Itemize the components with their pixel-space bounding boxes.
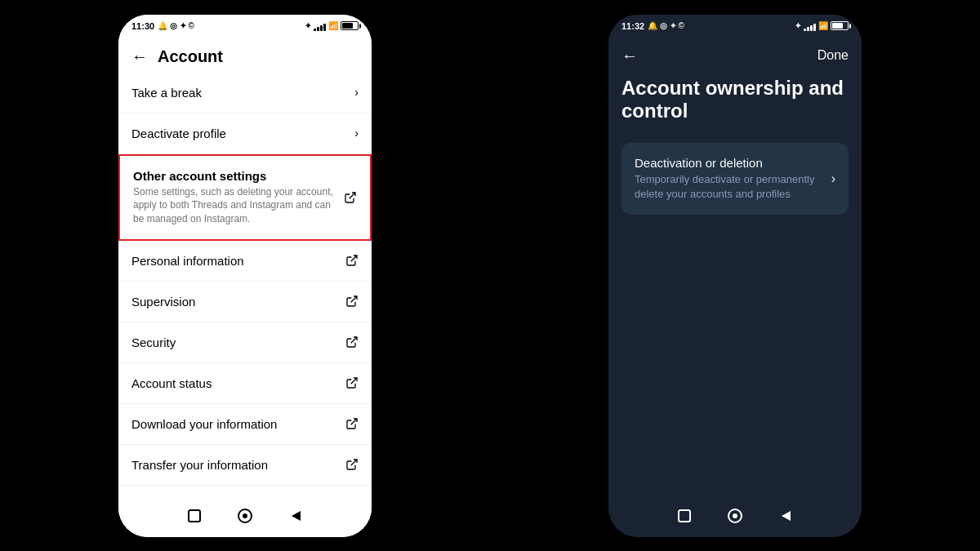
left-app-header: ← Account bbox=[118, 38, 372, 73]
other-account-settings-label: Other account settings bbox=[133, 169, 344, 183]
supervision-label: Supervision bbox=[131, 295, 345, 309]
left-status-time: 11:30 🔔 ◎ ✦ © bbox=[131, 21, 194, 31]
external-link-icon-4 bbox=[345, 335, 359, 349]
other-account-settings-item[interactable]: Other account settings Some settings, su… bbox=[118, 154, 372, 241]
personal-information-item[interactable]: Personal information bbox=[118, 241, 372, 282]
right-status-time: 11:32 🔔 ◎ ✦ © bbox=[621, 21, 684, 31]
take-a-break-item[interactable]: Take a break › bbox=[118, 73, 372, 113]
transfer-info-label: Transfer your information bbox=[131, 458, 345, 472]
external-link-icon-5 bbox=[345, 376, 359, 389]
circle-icon-right bbox=[727, 508, 743, 524]
external-link-icon-3 bbox=[345, 295, 359, 308]
svg-point-13 bbox=[733, 513, 737, 518]
right-status-icons: ✦ 📶 bbox=[795, 21, 849, 31]
deactivation-deletion-sublabel: Temporarily deactivate or permanently de… bbox=[635, 172, 825, 202]
notification-icons: 🔔 ◎ ✦ © bbox=[158, 21, 194, 30]
take-a-break-label: Take a break bbox=[131, 86, 348, 100]
external-link-icon-2 bbox=[345, 254, 359, 267]
square-icon-right bbox=[677, 509, 692, 523]
svg-line-6 bbox=[351, 460, 357, 465]
nav-circle-button[interactable] bbox=[236, 507, 254, 525]
svg-point-9 bbox=[243, 513, 247, 518]
battery-icon bbox=[341, 21, 359, 30]
left-content: Take a break › Deactivate profile › Othe… bbox=[118, 73, 372, 495]
account-ownership-title: Account ownership and control bbox=[608, 70, 862, 137]
download-info-label: Download your information bbox=[131, 417, 345, 431]
bluetooth-icon-right: ✦ bbox=[795, 21, 801, 30]
supervision-item[interactable]: Supervision bbox=[118, 282, 372, 322]
right-content: Deactivation or deletion Temporarily dea… bbox=[608, 136, 862, 494]
nav-back-button[interactable] bbox=[287, 507, 305, 525]
signal-icon bbox=[314, 21, 326, 31]
deactivate-profile-item[interactable]: Deactivate profile › bbox=[118, 113, 372, 154]
right-phone: 11:32 🔔 ◎ ✦ © ✦ 📶 ← Done bbox=[490, 0, 980, 551]
back-button[interactable]: ← bbox=[131, 48, 148, 64]
svg-marker-10 bbox=[292, 511, 301, 521]
signal-icon-right bbox=[804, 21, 816, 31]
security-label: Security bbox=[131, 335, 345, 349]
bluetooth-icon: ✦ bbox=[305, 21, 311, 30]
left-phone: 11:30 🔔 ◎ ✦ © ✦ 📶 ← Account bbox=[0, 0, 490, 551]
triangle-icon bbox=[289, 509, 302, 522]
deactivation-deletion-label: Deactivation or deletion bbox=[635, 156, 825, 170]
supervision-text: Supervision bbox=[131, 295, 345, 309]
back-button-right[interactable]: ← bbox=[621, 47, 638, 64]
nav-back-button-right[interactable] bbox=[777, 507, 795, 525]
external-link-icon-7 bbox=[345, 458, 359, 471]
download-info-text: Download your information bbox=[131, 417, 345, 431]
page-title: Account bbox=[158, 47, 223, 66]
right-phone-screen: 11:32 🔔 ◎ ✦ © ✦ 📶 ← Done bbox=[608, 15, 862, 537]
left-status-bar: 11:30 🔔 ◎ ✦ © ✦ 📶 bbox=[118, 15, 372, 38]
triangle-icon-right bbox=[779, 509, 792, 522]
deactivate-profile-label: Deactivate profile bbox=[131, 127, 348, 140]
security-text: Security bbox=[131, 335, 345, 349]
account-status-label: Account status bbox=[131, 376, 345, 390]
left-status-icons: ✦ 📶 bbox=[305, 21, 359, 31]
external-link-icon-6 bbox=[345, 417, 359, 430]
deactivate-profile-text: Deactivate profile bbox=[131, 127, 348, 140]
external-link-icon bbox=[344, 191, 357, 204]
account-status-text: Account status bbox=[131, 376, 345, 390]
svg-line-3 bbox=[351, 337, 357, 343]
left-bottom-nav bbox=[118, 495, 372, 537]
deactivation-deletion-text: Deactivation or deletion Temporarily dea… bbox=[635, 156, 825, 202]
svg-line-0 bbox=[350, 193, 355, 198]
chevron-right-dark-icon: › bbox=[831, 171, 835, 186]
personal-information-label: Personal information bbox=[131, 254, 345, 268]
personal-information-text: Personal information bbox=[131, 254, 345, 268]
battery-icon-right bbox=[831, 21, 849, 30]
square-icon bbox=[187, 509, 202, 523]
nav-circle-button-right[interactable] bbox=[726, 507, 744, 525]
chevron-right-icon: › bbox=[354, 86, 359, 99]
chevron-right-icon-2: › bbox=[354, 127, 359, 140]
transfer-info-text: Transfer your information bbox=[131, 458, 345, 472]
svg-line-2 bbox=[351, 296, 357, 302]
other-account-settings-text: Other account settings Some settings, su… bbox=[133, 169, 344, 226]
svg-rect-7 bbox=[189, 510, 200, 522]
wifi-icon-right: 📶 bbox=[818, 21, 828, 30]
right-bottom-nav bbox=[608, 495, 862, 537]
nav-square-button[interactable] bbox=[185, 507, 203, 525]
security-item[interactable]: Security bbox=[118, 322, 372, 363]
left-phone-screen: 11:30 🔔 ◎ ✦ © ✦ 📶 ← Account bbox=[118, 15, 372, 537]
account-status-item[interactable]: Account status bbox=[118, 363, 372, 404]
time-display-right: 11:32 bbox=[621, 21, 644, 31]
take-a-break-text: Take a break bbox=[131, 86, 348, 100]
right-app-header: ← Done bbox=[608, 38, 862, 70]
other-account-settings-sublabel: Some settings, such as deleting your acc… bbox=[133, 185, 344, 226]
time-display: 11:30 bbox=[131, 21, 154, 31]
svg-line-5 bbox=[351, 419, 357, 424]
wifi-icon: 📶 bbox=[328, 21, 338, 30]
nav-square-button-right[interactable] bbox=[675, 507, 693, 525]
deactivation-deletion-item[interactable]: Deactivation or deletion Temporarily dea… bbox=[621, 143, 849, 215]
svg-line-1 bbox=[351, 256, 357, 261]
done-button[interactable]: Done bbox=[817, 48, 849, 63]
notification-icons-right: 🔔 ◎ ✦ © bbox=[648, 21, 684, 30]
svg-line-4 bbox=[351, 378, 357, 384]
download-info-item[interactable]: Download your information bbox=[118, 404, 372, 445]
svg-marker-14 bbox=[782, 511, 791, 521]
circle-icon bbox=[237, 508, 253, 524]
svg-rect-11 bbox=[679, 510, 690, 522]
right-status-bar: 11:32 🔔 ◎ ✦ © ✦ 📶 bbox=[608, 15, 862, 38]
transfer-info-item[interactable]: Transfer your information bbox=[118, 445, 372, 486]
